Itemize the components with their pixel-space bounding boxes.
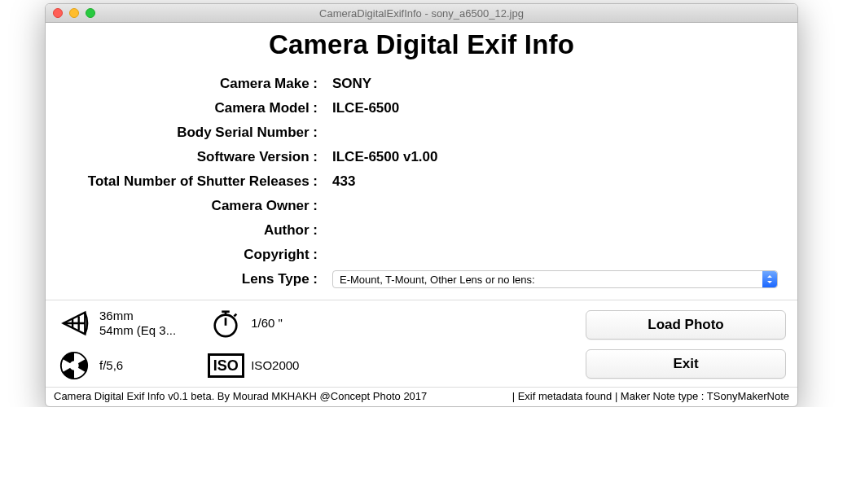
focal-aperture-block: 36mm 54mm (Eq 3... bbox=[57, 307, 176, 382]
label-lens-type: Lens Type : bbox=[62, 271, 323, 287]
aperture-row: f/5,6 bbox=[57, 349, 176, 382]
row-body-serial: Body Serial Number : bbox=[62, 121, 781, 145]
aperture-value: f/5,6 bbox=[99, 358, 123, 373]
label-camera-make: Camera Make : bbox=[62, 76, 323, 92]
label-camera-model: Camera Model : bbox=[62, 100, 323, 116]
app-window: CameraDigitalExifInfo - sony_a6500_12.jp… bbox=[45, 3, 798, 407]
button-column: Load Photo Exit bbox=[586, 307, 786, 382]
row-copyright: Copyright : bbox=[62, 243, 781, 267]
label-shutter-releases: Total Number of Shutter Releases : bbox=[62, 173, 323, 190]
iso-text: ISO2000 bbox=[251, 358, 299, 373]
chevron-updown-icon bbox=[762, 271, 777, 287]
label-author: Author : bbox=[62, 222, 323, 239]
svg-line-10 bbox=[235, 314, 237, 317]
iso-row: ISO ISO2000 bbox=[209, 349, 299, 382]
shutter-row: 1/60 " bbox=[209, 307, 299, 340]
titlebar: CameraDigitalExifInfo - sony_a6500_12.jp… bbox=[46, 4, 797, 23]
focal-row: 36mm 54mm (Eq 3... bbox=[57, 307, 176, 340]
shutter-iso-block: 1/60 " ISO ISO2000 bbox=[209, 307, 299, 382]
window-title: CameraDigitalExifInfo - sony_a6500_12.jp… bbox=[46, 7, 797, 20]
angle-of-view-icon bbox=[57, 308, 91, 339]
svg-point-4 bbox=[69, 361, 78, 370]
value-camera-model: ILCE-6500 bbox=[323, 100, 399, 116]
lens-type-selected: E-Mount, T-Mount, Other Lens or no lens: bbox=[340, 274, 535, 286]
iso-icon: ISO bbox=[209, 353, 243, 378]
exit-button[interactable]: Exit bbox=[586, 349, 786, 379]
focal-mm: 36mm bbox=[99, 309, 176, 323]
row-camera-model: Camera Model : ILCE-6500 bbox=[62, 96, 781, 121]
value-software: ILCE-6500 v1.00 bbox=[323, 149, 437, 165]
stopwatch-icon bbox=[209, 308, 243, 339]
value-camera-make: SONY bbox=[323, 76, 371, 92]
row-software: Software Version : ILCE-6500 v1.00 bbox=[62, 145, 781, 169]
exif-table: Camera Make : SONY Camera Model : ILCE-6… bbox=[46, 72, 797, 291]
aperture-icon bbox=[57, 350, 91, 381]
shutter-value: 1/60 " bbox=[251, 316, 283, 331]
content: Camera Digital Exif Info Camera Make : S… bbox=[46, 23, 797, 406]
row-camera-owner: Camera Owner : bbox=[62, 194, 781, 218]
label-camera-owner: Camera Owner : bbox=[62, 198, 323, 214]
iso-badge: ISO bbox=[208, 353, 244, 378]
focal-eq: 54mm (Eq 3... bbox=[99, 323, 176, 338]
summary-panel: 36mm 54mm (Eq 3... bbox=[46, 300, 797, 387]
aperture-text: f/5,6 bbox=[99, 358, 123, 373]
row-camera-make: Camera Make : SONY bbox=[62, 72, 781, 96]
page-title: Camera Digital Exif Info bbox=[46, 28, 797, 72]
status-bar: Camera Digital Exif Info v0.1 beta. By M… bbox=[46, 387, 797, 406]
label-body-serial: Body Serial Number : bbox=[62, 125, 323, 141]
iso-value: ISO2000 bbox=[251, 358, 299, 373]
status-right: | Exif metadata found | Maker Note type … bbox=[512, 390, 789, 402]
row-shutter-releases: Total Number of Shutter Releases : 433 bbox=[62, 169, 781, 194]
focal-text: 36mm 54mm (Eq 3... bbox=[99, 309, 176, 338]
row-lens-type: Lens Type : E-Mount, T-Mount, Other Lens… bbox=[62, 267, 781, 291]
label-software: Software Version : bbox=[62, 149, 323, 165]
shutter-text: 1/60 " bbox=[251, 316, 283, 331]
label-copyright: Copyright : bbox=[62, 247, 323, 263]
value-shutter-releases: 433 bbox=[323, 173, 355, 190]
status-left: Camera Digital Exif Info v0.1 beta. By M… bbox=[54, 390, 427, 402]
lens-type-dropdown[interactable]: E-Mount, T-Mount, Other Lens or no lens: bbox=[332, 270, 778, 288]
row-author: Author : bbox=[62, 218, 781, 243]
load-photo-button[interactable]: Load Photo bbox=[586, 310, 786, 340]
